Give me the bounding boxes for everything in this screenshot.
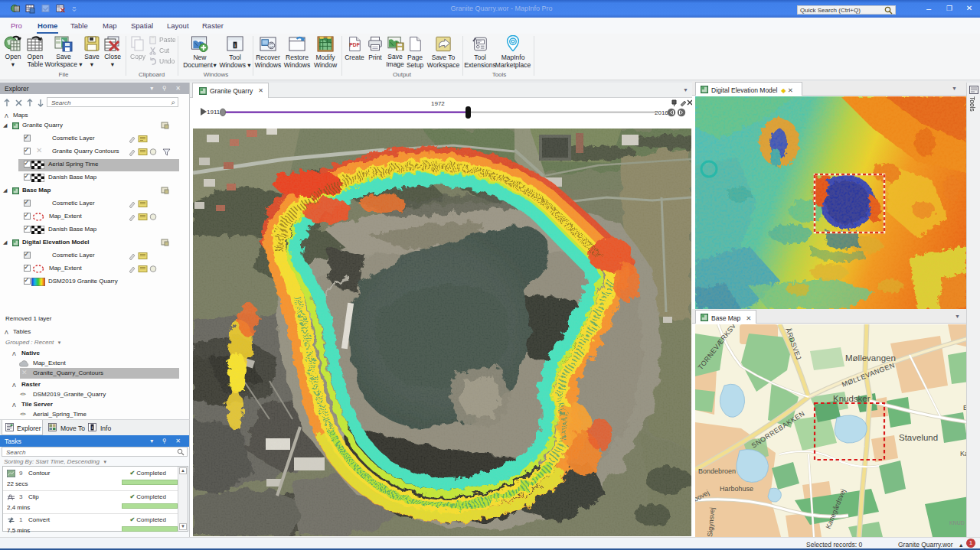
svg-text:i: i xyxy=(92,425,93,431)
svg-text:Møllevangen: Møllevangen xyxy=(845,353,896,363)
svg-text:PDF: PDF xyxy=(349,42,360,47)
svg-text:1972: 1972 xyxy=(431,100,445,107)
svg-text:2016: 2016 xyxy=(655,109,668,116)
svg-text:1911: 1911 xyxy=(207,109,220,116)
svg-text:Knudsker: Knudsker xyxy=(833,394,871,403)
svg-text:Harbohuse: Harbohuse xyxy=(720,485,753,493)
svg-text:Stavelund: Stavelund xyxy=(899,433,938,442)
svg-text:Bondebroen: Bondebroen xyxy=(698,467,736,475)
svg-text:KNUD: KNUD xyxy=(949,520,965,526)
